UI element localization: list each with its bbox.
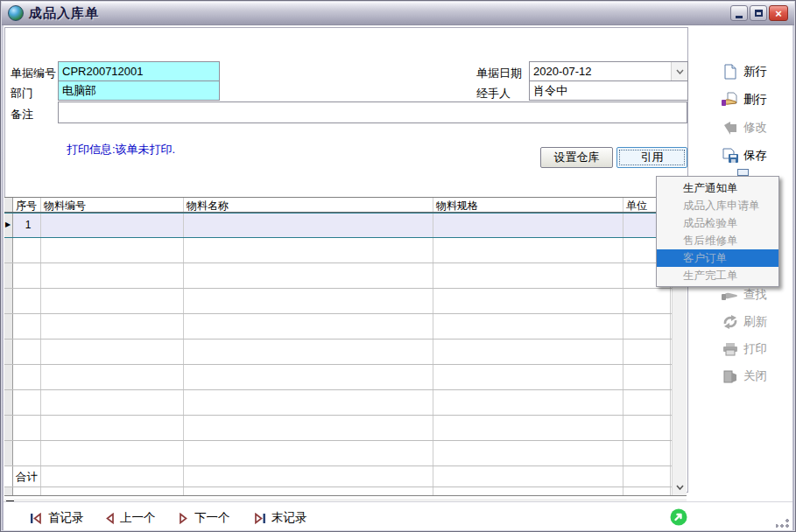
modify-button[interactable]: 修改 <box>722 118 767 137</box>
first-record-button[interactable]: 首记录 <box>30 510 84 526</box>
cell-unit[interactable] <box>623 441 671 466</box>
date-combobox[interactable]: 2020-07-12 <box>529 61 688 81</box>
title-bar[interactable]: 成品入库单 × <box>2 2 794 25</box>
cell-spec[interactable] <box>433 238 623 262</box>
row-indicator[interactable] <box>4 314 13 339</box>
menu-item-1[interactable]: 成品入库申请单 <box>657 197 778 214</box>
next-record-icon <box>179 513 189 524</box>
cell-seq[interactable] <box>13 263 41 288</box>
doc-no-label: 单据编号 <box>11 66 56 81</box>
maximize-button[interactable] <box>750 5 767 21</box>
cell-unit[interactable] <box>623 314 671 339</box>
cell-code[interactable] <box>41 340 184 364</box>
resize-grip[interactable] <box>776 516 790 528</box>
row-indicator[interactable] <box>4 441 13 466</box>
grid-header-seq[interactable]: 序号 <box>13 198 41 212</box>
chevron-down-icon <box>676 69 684 74</box>
cell-name[interactable] <box>184 416 433 440</box>
green-status-button[interactable] <box>669 508 688 530</box>
cell-seq[interactable] <box>13 340 41 364</box>
cell-code[interactable] <box>41 263 184 288</box>
set-warehouse-button[interactable]: 设置仓库 <box>540 147 613 168</box>
window-title: 成品入库单 <box>29 5 99 22</box>
cell-spec[interactable] <box>433 263 623 288</box>
dept-field[interactable] <box>58 80 220 101</box>
new-row-button[interactable]: 新行 <box>722 62 767 81</box>
cell-spec[interactable] <box>433 214 623 237</box>
cell-seq[interactable] <box>13 365 41 389</box>
cell-seq[interactable] <box>13 314 41 339</box>
cell-code[interactable] <box>41 365 184 389</box>
last-record-icon <box>253 513 266 524</box>
cell-seq[interactable] <box>13 289 41 313</box>
cell-seq[interactable]: 1 <box>13 214 41 237</box>
minimize-button[interactable] <box>730 5 748 21</box>
menu-item-2[interactable]: 成品检验单 <box>657 214 778 232</box>
row-indicator[interactable] <box>4 289 13 313</box>
cell-seq[interactable] <box>13 390 41 415</box>
cell-seq[interactable] <box>13 441 41 466</box>
grid-header-spec[interactable]: 物料规格 <box>433 198 623 212</box>
date-dropdown-button[interactable] <box>671 62 687 80</box>
cell-seq[interactable] <box>13 238 41 262</box>
cell-spec[interactable] <box>433 390 623 415</box>
row-indicator[interactable] <box>4 238 13 262</box>
cell-name[interactable] <box>184 214 433 237</box>
close-form-button[interactable]: 关闭 <box>722 367 767 386</box>
cell-seq[interactable] <box>13 416 41 440</box>
cell-unit[interactable] <box>623 289 671 313</box>
cell-spec[interactable] <box>433 314 623 339</box>
cell-name[interactable] <box>184 441 433 466</box>
cell-code[interactable] <box>41 390 184 415</box>
cell-name[interactable] <box>184 340 433 364</box>
doc-no-field[interactable] <box>58 61 220 81</box>
cell-spec[interactable] <box>433 365 623 389</box>
cell-code[interactable] <box>41 214 184 237</box>
grid-header-name[interactable]: 物料名称 <box>184 198 433 212</box>
cell-name[interactable] <box>184 238 433 262</box>
last-record-button[interactable]: 末记录 <box>253 510 307 526</box>
scroll-down-icon[interactable] <box>673 481 687 494</box>
row-indicator[interactable] <box>4 390 13 415</box>
menu-item-5[interactable]: 生产完工单 <box>657 267 778 284</box>
refresh-button[interactable]: 刷新 <box>722 312 767 332</box>
delete-row-button[interactable]: 删行 <box>722 90 767 109</box>
row-indicator[interactable] <box>4 214 13 237</box>
cell-unit[interactable] <box>623 390 671 415</box>
close-button[interactable]: × <box>769 5 788 21</box>
handler-field[interactable] <box>529 80 688 101</box>
cell-spec[interactable] <box>433 416 623 440</box>
cell-code[interactable] <box>41 238 184 262</box>
cell-name[interactable] <box>184 289 433 313</box>
cell-unit[interactable] <box>623 365 671 389</box>
previous-record-button[interactable]: 上一个 <box>104 510 156 526</box>
cell-name[interactable] <box>184 314 433 339</box>
cell-code[interactable] <box>41 416 184 440</box>
menu-item-0[interactable]: 生产通知单 <box>657 179 778 197</box>
row-indicator[interactable] <box>4 263 13 288</box>
cell-unit[interactable] <box>623 416 671 440</box>
remark-field[interactable] <box>58 102 687 123</box>
cell-name[interactable] <box>184 263 433 288</box>
save-button[interactable]: 保存 <box>722 146 767 165</box>
cell-code[interactable] <box>41 441 184 466</box>
menu-item-4[interactable]: 客户订单 <box>657 249 778 267</box>
cell-spec[interactable] <box>433 441 623 466</box>
cell-code[interactable] <box>41 314 184 339</box>
cell-name[interactable] <box>184 390 433 415</box>
row-indicator[interactable] <box>4 416 13 440</box>
next-record-button[interactable]: 下一个 <box>179 510 230 526</box>
grid-header-code[interactable]: 物料编号 <box>41 198 184 212</box>
cell-code[interactable] <box>41 289 184 313</box>
row-indicator[interactable] <box>4 340 13 364</box>
cell-unit[interactable] <box>623 340 671 364</box>
cell-name[interactable] <box>184 365 433 389</box>
cell-spec[interactable] <box>433 340 623 364</box>
row-indicator[interactable] <box>4 365 13 389</box>
reference-button[interactable]: 引用 <box>616 147 687 168</box>
menu-item-3[interactable]: 售后维修单 <box>657 232 778 249</box>
cell-spec[interactable] <box>433 289 623 313</box>
print-button[interactable]: 打印 <box>722 340 767 359</box>
cell-seq: 合计 <box>13 466 41 486</box>
find-button[interactable]: 查找 <box>722 285 767 304</box>
